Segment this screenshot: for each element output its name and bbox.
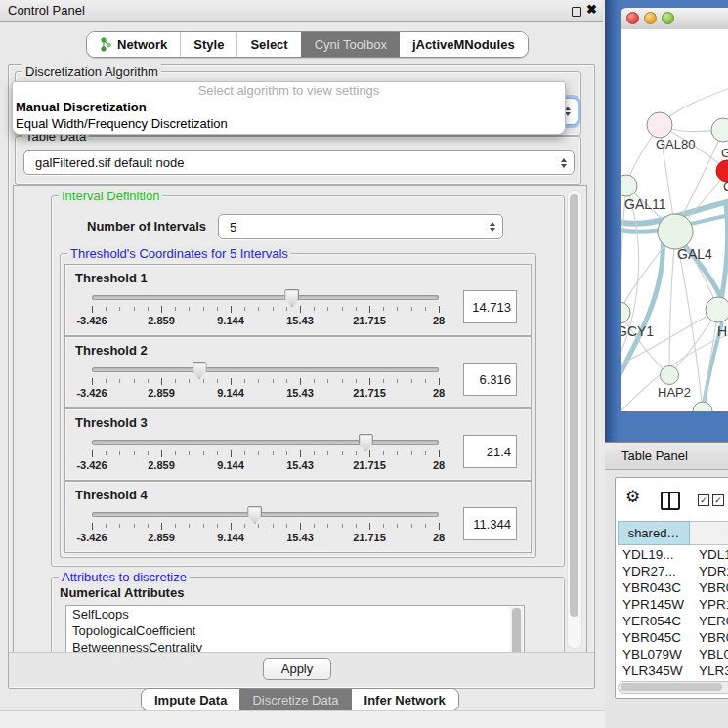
threshold-row: Threshold 4 -3.4262.8599.14415.4321.7152… xyxy=(64,481,532,553)
tab-impute-data[interactable]: Impute Data xyxy=(142,689,239,710)
settings-scroll-panel: Interval Definition Number of Intervals … xyxy=(13,185,587,654)
select-all-checkbox-icon[interactable]: ✓ xyxy=(712,494,724,506)
slider-track[interactable] xyxy=(92,367,439,372)
table-panel: ⚙ ✓ ✓ shared… na YDL19...YDL1YDR27...YDR… xyxy=(605,470,728,728)
settings-vertical-scrollbar[interactable] xyxy=(567,190,582,649)
network-node-gal4[interactable] xyxy=(658,214,693,249)
tab-cyni-toolbox[interactable]: Cyni Toolbox xyxy=(301,32,400,57)
apply-row: Apply xyxy=(9,652,594,687)
network-node-hap2[interactable] xyxy=(661,366,679,385)
tab-jactivemnodules[interactable]: jActiveMNodules xyxy=(400,32,528,57)
popup-option-manual-discretization[interactable]: Manual Discretization xyxy=(13,99,565,115)
node-label-partial-c: C xyxy=(723,179,728,193)
table-row[interactable]: YBR045CYBR0 xyxy=(618,629,728,646)
apply-button[interactable]: Apply xyxy=(263,658,331,680)
scrollbar-thumb[interactable] xyxy=(621,683,722,691)
close-icon[interactable]: ✖ xyxy=(586,2,597,17)
network-node-h[interactable] xyxy=(706,297,728,322)
tab-label: Impute Data xyxy=(154,693,227,707)
node-label-partial-g: G xyxy=(721,146,728,160)
network-node-bottom[interactable] xyxy=(693,402,712,411)
column-header-name[interactable]: na xyxy=(690,521,728,545)
network-node-gal11[interactable] xyxy=(621,175,637,196)
table-row[interactable]: YER054CYER0 xyxy=(618,613,728,629)
slider-ticks xyxy=(92,450,439,458)
threshold-label: Threshold 4 xyxy=(75,488,148,502)
float-window-icon[interactable] xyxy=(572,7,581,17)
tab-style[interactable]: Style xyxy=(180,32,236,57)
slider-track[interactable] xyxy=(92,512,439,517)
table-data-combo[interactable]: galFiltered.sif default node xyxy=(23,150,575,175)
zoom-traffic-light-icon[interactable] xyxy=(662,12,674,24)
group-title: Interval Definition xyxy=(59,189,162,203)
minimize-traffic-light-icon[interactable] xyxy=(644,12,657,24)
threshold-value-field[interactable]: 14.713 xyxy=(463,290,517,323)
node-label-h: H xyxy=(717,323,727,339)
network-window-titlebar[interactable] xyxy=(621,8,728,30)
popup-hint: Select algorithm to view settings xyxy=(13,82,565,99)
bottom-strip xyxy=(0,710,605,728)
scrollbar-thumb[interactable] xyxy=(512,608,521,654)
list-item[interactable]: SelfLoops xyxy=(66,606,524,622)
slider-thumb[interactable] xyxy=(247,506,262,524)
table-row[interactable]: YDL19...YDL1 xyxy=(618,546,728,563)
close-traffic-light-icon[interactable] xyxy=(626,12,639,24)
threshold-value-field[interactable]: 21.4 xyxy=(463,435,517,468)
list-scrollbar[interactable] xyxy=(510,607,523,654)
num-intervals-combo[interactable]: 5 xyxy=(218,214,503,239)
slider-thumb[interactable] xyxy=(193,362,207,379)
table-panel-title: Table Panel xyxy=(621,443,688,469)
control-panel-titlebar: Control Panel ✖ xyxy=(0,0,603,22)
tab-discretize-data[interactable]: Discretize Data xyxy=(239,689,351,710)
tab-network[interactable]: Network xyxy=(87,32,180,57)
network-node-top-right[interactable] xyxy=(711,118,728,142)
table-horizontal-scrollbar[interactable] xyxy=(618,681,728,694)
slider-track[interactable] xyxy=(92,440,439,445)
scrollbar-thumb[interactable] xyxy=(570,194,578,617)
network-node-gal80[interactable] xyxy=(647,112,672,138)
right-region: GAL80 G C GAL11 GAL4 GCY1 H HAP2 Table P… xyxy=(605,0,728,728)
slider-tick-labels: -3.4262.8599.14415.4321.71528 xyxy=(92,532,439,543)
gear-icon[interactable]: ⚙ xyxy=(625,489,640,505)
node-label-gcy1: GCY1 xyxy=(621,323,654,339)
algorithm-popup: Select algorithm to view settings Manual… xyxy=(12,81,566,135)
table-data-group: Table Data galFiltered.sif default node xyxy=(15,136,581,185)
table-row[interactable]: YDR27...YDR2 xyxy=(618,563,728,579)
slider-tick-labels: -3.4262.8599.14415.4321.71528 xyxy=(92,459,439,471)
network-node-gcy1[interactable] xyxy=(621,302,630,323)
tab-select[interactable]: Select xyxy=(236,32,300,57)
group-title: Threshold's Coordinates for 5 Intervals xyxy=(67,246,291,261)
table-row[interactable]: YBL079WYBL0 xyxy=(618,646,728,663)
network-canvas[interactable]: GAL80 G C GAL11 GAL4 GCY1 H HAP2 xyxy=(621,29,728,411)
slider-thumb[interactable] xyxy=(359,434,373,451)
table-row[interactable]: YPR145WYPR1 xyxy=(618,596,728,613)
threshold-row: Threshold 1 -3.4262.8599.14415.4321.7152… xyxy=(64,264,532,336)
node-label-gal11: GAL11 xyxy=(624,196,666,212)
tab-infer-network[interactable]: Infer Network xyxy=(352,689,458,710)
combo-arrows-icon xyxy=(561,158,567,168)
threshold-value-field[interactable]: 6.316 xyxy=(463,363,517,396)
slider-ticks xyxy=(92,523,439,531)
column-header-shared-name[interactable]: shared… xyxy=(618,521,690,545)
combo-value: galFiltered.sif default node xyxy=(35,151,184,174)
network-view-window: GAL80 G C GAL11 GAL4 GCY1 H HAP2 xyxy=(605,0,728,442)
node-label-gal80: GAL80 xyxy=(656,137,695,151)
columns-icon[interactable] xyxy=(661,492,680,510)
slider-thumb[interactable] xyxy=(284,289,299,307)
threshold-label: Threshold 1 xyxy=(75,271,148,285)
table-row[interactable]: YBR043CYBR0 xyxy=(618,579,728,596)
select-columns-checkbox-icon[interactable]: ✓ xyxy=(698,494,709,506)
tab-label: Style xyxy=(193,37,224,52)
slider-ticks xyxy=(92,306,439,314)
control-panel: Control Panel ✖ Network Style Select Cyn… xyxy=(0,0,603,728)
attributes-group: Attributes to discretize Numerical Attri… xyxy=(51,577,565,654)
tab-label: Network xyxy=(117,37,167,52)
list-item[interactable]: TopologicalCoefficient xyxy=(66,622,524,639)
table-row[interactable]: YLR345WYLR3 xyxy=(618,663,728,679)
threshold-value-field[interactable]: 11.344 xyxy=(463,507,517,540)
num-intervals-label: Number of Intervals xyxy=(87,219,206,234)
popup-option-equal-width-frequency[interactable]: Equal Width/Frequency Discretization xyxy=(13,115,565,132)
threshold-label: Threshold 2 xyxy=(75,343,148,358)
tab-label: Infer Network xyxy=(364,693,446,707)
slider-track[interactable] xyxy=(92,295,439,300)
